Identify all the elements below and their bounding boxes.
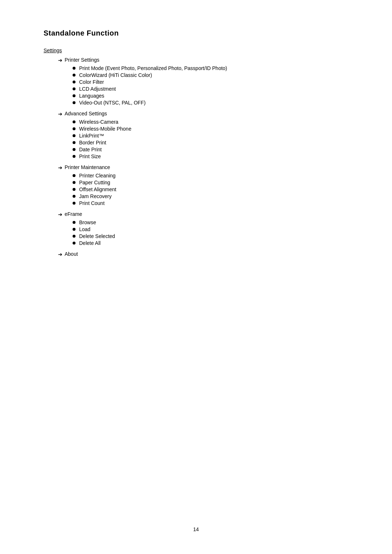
bullet-text: Color Filter xyxy=(79,79,104,85)
list-item: Print Count xyxy=(73,200,348,206)
bullet-icon xyxy=(73,134,75,137)
list-item: Print Size xyxy=(73,153,348,159)
settings-label: Settings xyxy=(44,48,348,53)
bullet-icon xyxy=(73,87,75,90)
list-item: Color Filter xyxy=(73,79,348,85)
bullet-icon xyxy=(73,127,75,130)
bullet-icon xyxy=(73,148,75,151)
bullet-text: Printer Cleaning xyxy=(79,173,115,178)
advanced-settings-label: Advanced Settings xyxy=(65,111,107,116)
arrow-icon-printer-settings: ➔ xyxy=(58,57,62,63)
page-title: Standalone Function xyxy=(44,29,348,37)
bullet-icon xyxy=(73,94,75,97)
bullet-text: Browse xyxy=(79,219,96,225)
advanced-settings-arrow-item: ➔ Advanced Settings xyxy=(58,111,348,117)
bullet-icon xyxy=(73,228,75,231)
list-item: Printer Cleaning xyxy=(73,173,348,178)
bullet-icon xyxy=(73,67,75,70)
printer-settings-group: ➔ Printer Settings Print Mode (Event Pho… xyxy=(44,57,348,106)
bullet-text: Delete Selected xyxy=(79,233,115,239)
list-item: Load xyxy=(73,226,348,232)
about-arrow-item: ➔ About xyxy=(58,251,348,257)
list-item: Delete Selected xyxy=(73,233,348,239)
bullet-text: Load xyxy=(79,226,90,232)
bullet-icon xyxy=(73,81,75,83)
list-item: Jam Recovery xyxy=(73,193,348,199)
bullet-text: Print Count xyxy=(79,200,105,206)
bullet-icon xyxy=(73,74,75,77)
list-item: Offset Alignment xyxy=(73,186,348,192)
bullet-icon xyxy=(73,242,75,245)
bullet-text: Wireless-Mobile Phone xyxy=(79,126,131,132)
list-item: Border Print xyxy=(73,140,348,145)
printer-settings-bullets: Print Mode (Event Photo, Personalized Ph… xyxy=(73,65,348,106)
bullet-icon xyxy=(73,221,75,224)
list-item: Print Mode (Event Photo, Personalized Ph… xyxy=(73,65,348,71)
page-number: 14 xyxy=(193,526,199,532)
advanced-settings-bullets: Wireless-Camera Wireless-Mobile Phone Li… xyxy=(73,119,348,159)
bullet-text: Print Size xyxy=(79,153,101,159)
bullet-icon xyxy=(73,235,75,238)
list-item: Date Print xyxy=(73,147,348,152)
list-item: Paper Cutting xyxy=(73,180,348,185)
bullet-text: Paper Cutting xyxy=(79,180,110,185)
printer-maintenance-arrow-item: ➔ Printer Maintenance xyxy=(58,164,348,171)
bullet-text: ColorWizard (HiTi Classic Color) xyxy=(79,72,152,78)
bullet-icon xyxy=(73,174,75,177)
arrow-icon-advanced-settings: ➔ xyxy=(58,111,62,117)
bullet-text: LinkPrint™ xyxy=(79,133,104,139)
list-item: ColorWizard (HiTi Classic Color) xyxy=(73,72,348,78)
list-item: LinkPrint™ xyxy=(73,133,348,139)
arrow-icon-about: ➔ xyxy=(58,251,62,257)
advanced-settings-group: ➔ Advanced Settings Wireless-Camera Wire… xyxy=(44,111,348,159)
bullet-text: Video-Out (NTSC, PAL, OFF) xyxy=(79,100,146,106)
bullet-icon xyxy=(73,195,75,198)
arrow-icon-eframe: ➔ xyxy=(58,212,62,217)
printer-maintenance-bullets: Printer Cleaning Paper Cutting Offset Al… xyxy=(73,173,348,206)
bullet-text: Offset Alignment xyxy=(79,186,116,192)
printer-settings-label: Printer Settings xyxy=(65,57,99,63)
bullet-icon xyxy=(73,188,75,191)
bullet-icon xyxy=(73,155,75,158)
list-item: LCD Adjustment xyxy=(73,86,348,92)
bullet-text: Print Mode (Event Photo, Personalized Ph… xyxy=(79,65,227,71)
bullet-text: Languages xyxy=(79,93,104,99)
eframe-arrow-item: ➔ eFrame xyxy=(58,211,348,217)
list-item: Wireless-Mobile Phone xyxy=(73,126,348,132)
about-label: About xyxy=(65,251,78,257)
printer-settings-arrow-item: ➔ Printer Settings xyxy=(58,57,348,63)
bullet-text: Date Print xyxy=(79,147,102,152)
bullet-icon xyxy=(73,181,75,184)
printer-maintenance-label: Printer Maintenance xyxy=(65,164,110,170)
bullet-icon xyxy=(73,101,75,104)
bullet-text: Border Print xyxy=(79,140,106,145)
list-item: Languages xyxy=(73,93,348,99)
bullet-text: LCD Adjustment xyxy=(79,86,116,92)
eframe-label: eFrame xyxy=(65,211,82,217)
bullet-text: Delete All xyxy=(79,240,101,246)
eframe-group: ➔ eFrame Browse Load Delete Selected Del… xyxy=(44,211,348,246)
arrow-icon-printer-maintenance: ➔ xyxy=(58,165,62,171)
list-item: Delete All xyxy=(73,240,348,246)
list-item: Video-Out (NTSC, PAL, OFF) xyxy=(73,100,348,106)
bullet-icon xyxy=(73,202,75,205)
bullet-icon xyxy=(73,141,75,144)
eframe-bullets: Browse Load Delete Selected Delete All xyxy=(73,219,348,246)
list-item: Wireless-Camera xyxy=(73,119,348,125)
list-item: Browse xyxy=(73,219,348,225)
bullet-icon xyxy=(73,120,75,123)
bullet-text: Jam Recovery xyxy=(79,193,111,199)
bullet-text: Wireless-Camera xyxy=(79,119,118,125)
printer-maintenance-group: ➔ Printer Maintenance Printer Cleaning P… xyxy=(44,164,348,206)
